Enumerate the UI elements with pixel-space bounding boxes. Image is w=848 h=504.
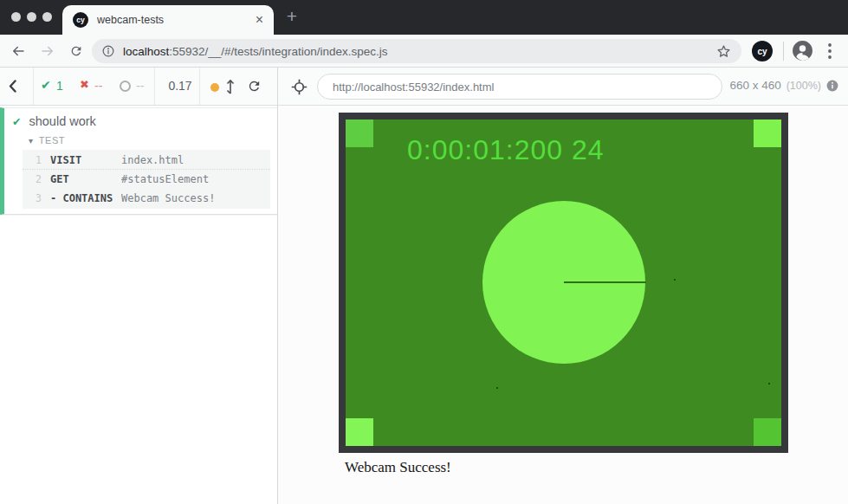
cypress-favicon-icon: cy — [73, 12, 88, 28]
profile-button[interactable] — [792, 40, 813, 65]
failed-count: -- — [94, 79, 102, 93]
cypress-extension-button[interactable]: cy — [752, 41, 773, 61]
browser-tab-bar: cy webcam-tests × + — [0, 0, 848, 35]
duration-separator — [154, 68, 155, 105]
stats-separator — [33, 68, 34, 105]
test-title: should work — [29, 114, 95, 128]
command-row[interactable]: 3 - CONTAINS Webcam Success! — [23, 189, 270, 208]
viewport-info-icon[interactable] — [826, 80, 838, 92]
app-url-field[interactable]: http://localhost:55932/index.html — [317, 74, 722, 100]
pending-ring-icon — [120, 81, 131, 92]
command-number: 1 — [23, 154, 42, 166]
profile-avatar-icon — [792, 40, 813, 61]
controls-separator — [199, 68, 200, 105]
test-passed-check-icon: ✔ — [12, 115, 21, 128]
passed-check-icon: ✔ — [41, 78, 51, 92]
test-block: ✔ should work ▾TEST 1 VISIT index.html 2… — [0, 107, 277, 215]
back-arrow-icon — [10, 43, 26, 59]
window-controls — [11, 12, 52, 22]
tab-title: webcam-tests — [97, 14, 256, 26]
browser-tab[interactable]: cy webcam-tests × — [62, 5, 274, 35]
command-message: Webcam Success! — [121, 192, 215, 204]
toolbar-separator — [783, 42, 784, 61]
command-log: 1 VISIT index.html 2 GET #statusElement … — [23, 150, 270, 209]
passed-count: 1 — [56, 79, 63, 93]
browser-menu-button[interactable] — [828, 43, 832, 62]
command-row[interactable]: 1 VISIT index.html — [23, 151, 270, 170]
failed-x-icon: ✖ — [80, 78, 89, 91]
page-info-icon[interactable] — [102, 45, 114, 57]
command-name: VISIT — [50, 154, 121, 166]
command-name: - CONTAINS — [50, 192, 121, 204]
webcam-video: 0:00:01:200 24 — [339, 113, 788, 453]
video-corner-marker — [754, 418, 781, 446]
reload-button[interactable] — [69, 44, 83, 61]
auto-scroll-toggle-button[interactable] — [226, 79, 235, 99]
test-section-header[interactable]: ▾TEST — [4, 132, 277, 148]
auto-scroll-dot-icon — [210, 83, 219, 92]
kebab-menu-icon — [828, 43, 832, 59]
collapse-reporter-button[interactable] — [9, 80, 16, 96]
tab-close-icon[interactable]: × — [256, 13, 263, 27]
test-duration: 0.17 — [162, 79, 198, 93]
close-window-button[interactable] — [11, 12, 21, 22]
video-clock-hand — [564, 281, 646, 283]
video-noise-speck — [674, 279, 676, 281]
video-corner-marker — [346, 120, 373, 147]
forward-arrow-icon — [40, 43, 55, 59]
command-number: 2 — [23, 173, 42, 185]
pending-count: -- — [136, 79, 144, 93]
selector-playground-button[interactable] — [291, 79, 307, 99]
star-icon — [716, 44, 731, 59]
omnibox[interactable]: localhost:55932/__/#/tests/integration/i… — [92, 39, 741, 63]
video-corner-marker — [754, 120, 781, 147]
url-host: localhost — [123, 45, 169, 58]
reporter-panel: ✔ should work ▾TEST 1 VISIT index.html 2… — [0, 106, 277, 504]
viewport-size: 660 x 460 — [729, 79, 780, 92]
url-text: localhost:55932/__/#/tests/integration/i… — [123, 45, 387, 58]
minimize-window-button[interactable] — [27, 12, 36, 22]
reload-icon — [69, 44, 83, 58]
maximize-window-button[interactable] — [42, 12, 52, 22]
app-stage: 0:00:01:200 24 Webcam Success! — [278, 106, 848, 504]
forward-button[interactable] — [40, 43, 55, 62]
chevron-left-icon — [9, 80, 16, 93]
bookmark-star-button[interactable] — [716, 44, 731, 59]
command-name: GET — [50, 173, 121, 185]
status-element-text: Webcam Success! — [345, 459, 451, 476]
test-section-label: TEST — [39, 135, 66, 145]
crosshair-icon — [291, 79, 307, 95]
rerun-icon — [247, 79, 262, 94]
video-corner-marker — [346, 418, 373, 446]
video-noise-speck — [496, 387, 498, 389]
command-number: 3 — [23, 192, 42, 204]
video-timestamp: 0:00:01:200 24 — [407, 134, 605, 166]
url-path: :55932/__/#/tests/integration/index.spec… — [169, 45, 387, 58]
back-button[interactable] — [10, 43, 26, 62]
viewport-info: 660 x 460 (100%) — [729, 79, 838, 92]
runner-toolbar: ✔ 1 ✖ -- -- 0.17 http://localhost:55932/… — [0, 68, 848, 106]
command-row[interactable]: 2 GET #statusElement — [23, 170, 270, 189]
cypress-runner-window: cy webcam-tests × + localhost:55932/__/#… — [0, 0, 848, 504]
caret-down-icon: ▾ — [29, 136, 34, 145]
video-noise-speck — [768, 383, 770, 384]
up-down-arrow-icon — [226, 79, 235, 95]
command-message: #statusElement — [121, 173, 209, 185]
command-message: index.html — [121, 154, 184, 166]
rerun-tests-button[interactable] — [247, 79, 262, 97]
test-title-row[interactable]: ✔ should work — [4, 108, 277, 132]
new-tab-button[interactable]: + — [282, 7, 301, 26]
browser-address-bar: localhost:55932/__/#/tests/integration/i… — [0, 35, 848, 68]
viewport-scale: (100%) — [787, 80, 821, 92]
